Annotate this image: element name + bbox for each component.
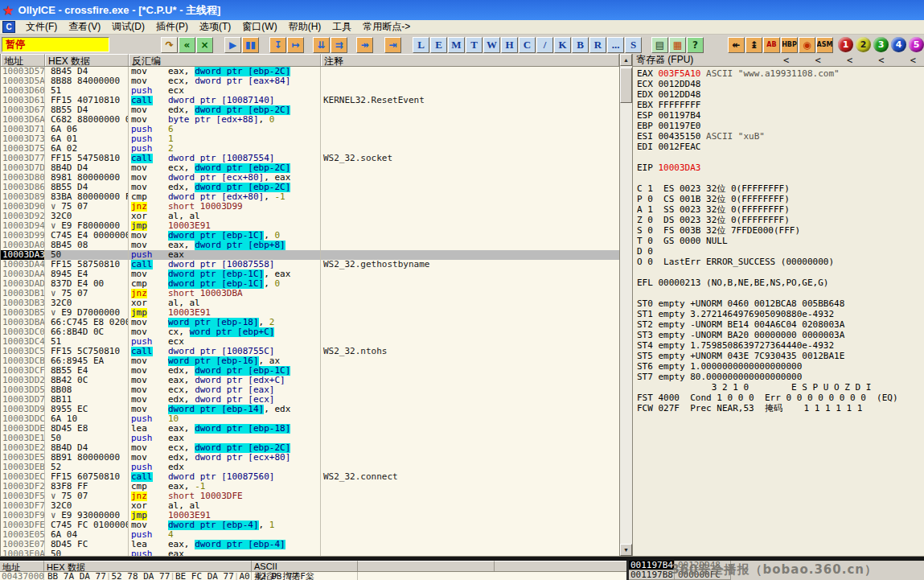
disasm-row[interactable]: 10003DF732C0xoral, al: [1, 501, 619, 511]
menu-item[interactable]: 常用断点->: [357, 20, 416, 34]
disasm-row[interactable]: 10003DD78B11movedx, dword ptr [ecx]: [1, 395, 619, 405]
register-line[interactable]: ESI 00435150 ASCII "xuB": [637, 131, 924, 142]
target-icon[interactable]: ◉: [799, 37, 815, 53]
register-line[interactable]: EAX 003F5A10 ASCII "www.a19931108.com": [637, 68, 924, 79]
disasm-row[interactable]: 10003D716A 06push6: [1, 125, 619, 134]
disasm-row[interactable]: 10003DFEC745 FC 01000000movdword ptr [eb…: [1, 520, 619, 530]
disasm-row[interactable]: 10003D678B55 D4movedx, dword ptr [ebp-2C…: [1, 105, 619, 115]
disasm-row[interactable]: 10003DBA66:C745 E8 0200movword ptr [ebp-…: [1, 318, 619, 327]
view-memory-icon[interactable]: M: [448, 37, 465, 53]
register-line[interactable]: [637, 288, 924, 298]
disasm-row[interactable]: 10003DB1∨ 75 07jnzshort 10003DBA: [1, 289, 619, 298]
column-header-comment[interactable]: 注释: [321, 54, 619, 66]
register-line[interactable]: ST7 empty 80.000000000000000000: [637, 372, 924, 382]
view-threads-icon[interactable]: T: [466, 37, 483, 53]
register-line[interactable]: ESP 001197B4: [637, 110, 924, 121]
exec-till-return-icon[interactable]: ↠: [356, 37, 373, 53]
menu-item[interactable]: 选项(T): [194, 20, 236, 34]
register-line[interactable]: ST3 empty -UNORM BA20 00000000 0000003A: [637, 330, 924, 340]
scrollbar-thumb[interactable]: [620, 68, 632, 103]
disasm-row[interactable]: 10003D868B55 D4movedx, dword ptr [ebp-2C…: [1, 183, 619, 192]
breakpoint-ball-2-icon[interactable]: 2: [856, 37, 871, 52]
collapse-column-button[interactable]: <: [847, 55, 852, 66]
asm-edit-icon[interactable]: ASM: [816, 37, 833, 53]
disasm-row[interactable]: 10003DD98955 ECmovdword ptr [ebp-14], ed…: [1, 405, 619, 414]
stack-row[interactable]: 001197B40012DD48: [629, 561, 924, 570]
register-line[interactable]: P 0 CS 001B 32位 0(FFFFFFFF): [637, 194, 924, 204]
disasm-row[interactable]: 10003D808981 80000000movdword ptr [ecx+8…: [1, 173, 619, 183]
disasm-row[interactable]: 10003DC5FF15 5C750810calldword ptr [1008…: [1, 347, 619, 356]
menu-item[interactable]: 工具: [326, 20, 357, 34]
collapse-column-button[interactable]: <: [910, 55, 916, 66]
view-executables-icon[interactable]: E: [430, 37, 447, 53]
disasm-row[interactable]: 10003DE150pusheax: [1, 434, 619, 443]
register-line[interactable]: EDX 0012DD48: [637, 89, 924, 100]
register-line[interactable]: EFL 00000213 (NO,B,NE,BE,NS,PO,GE,G): [637, 278, 924, 288]
register-line[interactable]: D 0: [637, 246, 924, 257]
disasm-row[interactable]: 10003DECFF15 60750810calldword ptr [1008…: [1, 472, 619, 482]
register-line[interactable]: ST2 empty -UNORM BE14 004A6C04 0208003A: [637, 319, 924, 330]
disasm-row[interactable]: 10003D7D8B4D D4movecx, dword ptr [ebp-2C…: [1, 163, 619, 173]
menu-item[interactable]: 插件(P): [150, 20, 194, 34]
disasm-row[interactable]: 10003D9232C0xoral, al: [1, 212, 619, 221]
step-into-icon[interactable]: ↧: [269, 37, 286, 53]
register-line[interactable]: C 1 ES 0023 32位 0(FFFFFFFF): [637, 183, 924, 194]
disasm-row[interactable]: 10003DDC6A 10push10: [1, 414, 619, 424]
disasm-row[interactable]: 10003DC066:8B4D 0Cmovcx, word ptr [ebp+C…: [1, 327, 619, 337]
disasm-row[interactable]: 10003DF5∨ 75 07jnzshort 10003DFE: [1, 492, 619, 501]
menu-item[interactable]: 查看(V): [63, 20, 106, 34]
view-cpu-icon[interactable]: C: [519, 37, 536, 53]
register-line[interactable]: FST 4000 Cond 1 0 0 0 Err 0 0 0 0 0 0 0 …: [637, 393, 924, 403]
disasm-row[interactable]: 10003DCB66:8945 EAmovword ptr [ebp-16], …: [1, 356, 619, 366]
disasm-row[interactable]: 10003D77FF15 54750810calldword ptr [1008…: [1, 154, 619, 163]
disasm-row[interactable]: 10003D8983BA 80000000 FFcmpdword ptr [ed…: [1, 192, 619, 202]
disasm-row[interactable]: 10003DCF8B55 E4movedx, dword ptr [ebp-1C…: [1, 366, 619, 376]
disasm-row[interactable]: 10003DA350pusheax: [1, 250, 619, 260]
breakpoint-ball-4-icon[interactable]: 4: [891, 37, 906, 52]
disasm-row[interactable]: 10003D756A 02push2: [1, 144, 619, 154]
disasm-row[interactable]: 10003D6AC682 88000000 00movbyte ptr [edx…: [1, 115, 619, 125]
view-log-icon[interactable]: L: [413, 37, 429, 53]
disasm-row[interactable]: 10003E0A50pusheax: [1, 549, 619, 556]
register-line[interactable]: EDI 0012FEAC: [637, 142, 924, 152]
view-source-icon[interactable]: S: [625, 37, 642, 53]
cpu-child-window-icon[interactable]: C: [2, 21, 15, 33]
register-line[interactable]: 3 2 1 0 E S P U O Z D I: [637, 382, 924, 393]
menu-item[interactable]: 调试(D): [106, 20, 150, 34]
appearance-icon[interactable]: ▦: [669, 37, 686, 53]
dump-row[interactable]: 00437000 BB 7A DA 77|52 78 DA 77|BE FC D…: [0, 572, 626, 580]
hardware-breakpoint-icon[interactable]: HBP: [781, 37, 798, 53]
collapse-column-button[interactable]: <: [783, 55, 789, 66]
disasm-row[interactable]: 10003DF283F8 FFcmpeax, -1: [1, 482, 619, 492]
disasm-row[interactable]: 10003DD58B08movecx, dword ptr [eax]: [1, 385, 619, 395]
animate-over-icon[interactable]: ⇉: [331, 37, 347, 53]
disasm-row[interactable]: 10003D6051pushecx: [1, 86, 619, 96]
collapse-column-button[interactable]: <: [815, 55, 820, 66]
disasm-row[interactable]: 10003D61FF15 40710810calldword ptr [1008…: [1, 96, 619, 105]
animate-into-icon[interactable]: ⇊: [313, 37, 330, 53]
close-icon[interactable]: ×: [196, 37, 213, 53]
disasm-row[interactable]: 10003DA08B45 08moveax, dword ptr [ebp+8]: [1, 241, 619, 250]
dump-header-address[interactable]: 地址: [0, 561, 44, 571]
view-patches-icon[interactable]: /: [536, 37, 553, 53]
disasm-row[interactable]: 10003DE28B4D D4movecx, dword ptr [ebp-2C…: [1, 443, 619, 453]
dump-header-hex[interactable]: HEX 数据: [44, 561, 252, 571]
register-line[interactable]: Z 0 DS 0023 32位 0(FFFFFFFF): [637, 215, 924, 225]
register-line[interactable]: [637, 267, 924, 278]
register-line[interactable]: ST1 empty 3.2721464976905090880e-4932: [637, 309, 924, 319]
register-line[interactable]: EBP 001197E0: [637, 121, 924, 131]
column-header-address[interactable]: 地址: [1, 54, 45, 66]
breakpoint-ball-5-icon[interactable]: 5: [909, 37, 924, 52]
scroll-down-icon[interactable]: ▼: [620, 544, 632, 556]
breakpoint-ball-3-icon[interactable]: 3: [873, 37, 889, 52]
windows-list-icon[interactable]: ▤: [651, 37, 668, 53]
breakpoint-ball-1-icon[interactable]: 1: [838, 37, 853, 52]
disasm-row[interactable]: 10003D578B45 D4moveax, dword ptr [ebp-2C…: [1, 67, 619, 76]
goto-address-icon[interactable]: ⇥: [384, 37, 401, 53]
disasm-row[interactable]: 10003DAA8945 E4movdword ptr [ebp-1C], ea…: [1, 269, 619, 279]
view-references-icon[interactable]: R: [589, 37, 606, 53]
view-windows-icon[interactable]: W: [483, 37, 500, 53]
disasm-row[interactable]: 10003DDE8D45 E8leaeax, dword ptr [ebp-18…: [1, 424, 619, 434]
menu-item[interactable]: 帮助(H): [283, 20, 327, 34]
disasm-row[interactable]: 10003DF9∨ E9 93000000jmp10003E91: [1, 511, 619, 520]
